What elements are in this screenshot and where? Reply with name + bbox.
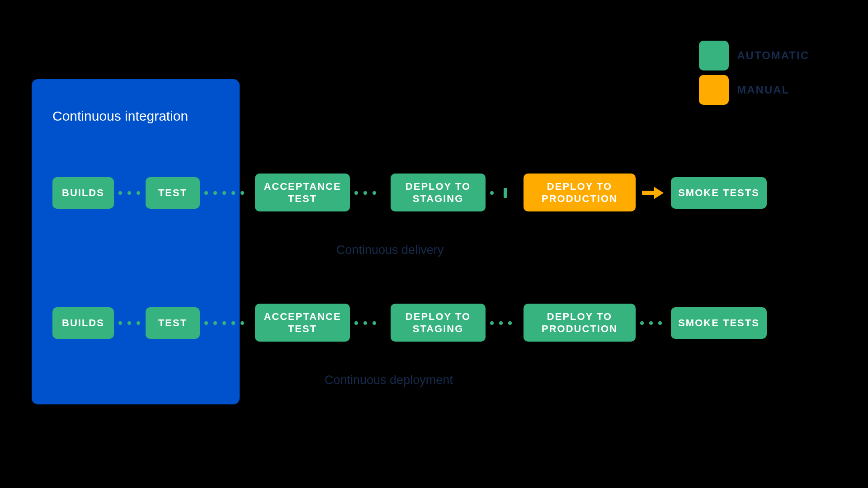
stage-deployment-test: TEST bbox=[146, 307, 200, 339]
dots-connector bbox=[490, 191, 494, 195]
stage-delivery-production: DEPLOY TO PRODUCTION bbox=[524, 174, 636, 211]
dots-connector bbox=[354, 321, 376, 325]
stage-deployment-production: DEPLOY TO PRODUCTION bbox=[524, 304, 636, 342]
label-continuous-deployment: Continuous deployment bbox=[325, 373, 453, 387]
manual-gate-icon bbox=[504, 188, 507, 198]
label-continuous-delivery: Continuous delivery bbox=[336, 243, 443, 257]
continuous-integration-container: Continuous integration bbox=[32, 79, 240, 404]
legend-item-automatic: AUTOMATIC bbox=[699, 41, 809, 70]
ci-title: Continuous integration bbox=[52, 108, 188, 124]
dots-connector bbox=[204, 321, 244, 325]
legend-item-manual: MANUAL bbox=[699, 75, 809, 105]
legend-swatch-manual bbox=[699, 75, 729, 105]
legend-label-automatic: AUTOMATIC bbox=[737, 49, 809, 62]
stage-deployment-staging: DEPLOY TO STAGING bbox=[391, 304, 486, 342]
stage-delivery-smoke: SMOKE TESTS bbox=[671, 177, 767, 209]
stage-deployment-builds: BUILDS bbox=[52, 307, 114, 339]
stage-delivery-builds: BUILDS bbox=[52, 177, 114, 209]
stage-delivery-staging: DEPLOY TO STAGING bbox=[391, 174, 486, 211]
legend-swatch-automatic bbox=[699, 41, 729, 70]
stage-deployment-acceptance: ACCEPTANCE TEST bbox=[255, 304, 350, 342]
stage-delivery-test: TEST bbox=[146, 177, 200, 209]
legend-label-manual: MANUAL bbox=[737, 84, 789, 96]
dots-connector bbox=[354, 191, 376, 195]
stage-deployment-smoke: SMOKE TESTS bbox=[671, 307, 767, 339]
dots-connector bbox=[118, 321, 140, 325]
legend: AUTOMATIC MANUAL bbox=[699, 41, 809, 105]
stage-delivery-acceptance: ACCEPTANCE TEST bbox=[255, 174, 350, 211]
dots-connector bbox=[640, 321, 662, 325]
dots-connector bbox=[490, 321, 512, 325]
dots-connector bbox=[204, 191, 244, 195]
arrow-icon bbox=[642, 187, 665, 198]
dots-connector bbox=[118, 191, 140, 195]
